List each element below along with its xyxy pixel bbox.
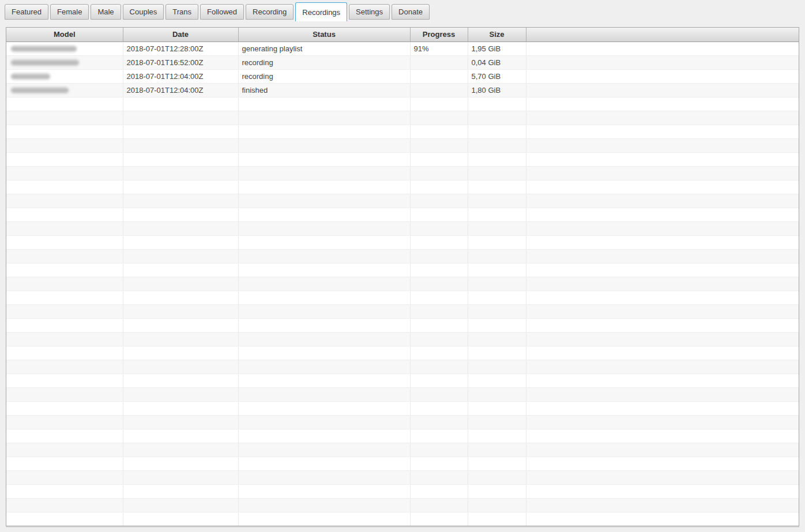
- cell-empty: [238, 277, 410, 290]
- tab-label: Recording: [253, 7, 287, 16]
- cell-empty: [6, 401, 123, 415]
- cell-empty: [526, 373, 799, 387]
- cell-empty: [6, 111, 123, 124]
- table-row-empty: [6, 124, 799, 138]
- tab-recording[interactable]: Recording: [246, 4, 294, 20]
- cell-date: 2018-07-01T16:52:00Z: [123, 55, 238, 69]
- tab-followed[interactable]: Followed: [200, 4, 244, 20]
- table-row-empty: [6, 443, 799, 456]
- cell-empty: [123, 249, 238, 263]
- cell-empty: [123, 138, 238, 152]
- table-row-empty: [6, 429, 799, 443]
- tab-trans[interactable]: Trans: [165, 4, 198, 20]
- column-header-progress[interactable]: Progress: [410, 28, 468, 41]
- cell-empty: [410, 346, 468, 360]
- cell-empty: [468, 415, 526, 429]
- table-row-empty: [6, 207, 799, 221]
- column-header-status[interactable]: Status: [238, 28, 410, 41]
- cell-empty: [238, 373, 410, 387]
- cell-empty: [410, 152, 468, 166]
- table-row[interactable]: 2018-07-01T12:28:00Zgenerating playlist9…: [6, 41, 799, 55]
- cell-empty: [123, 221, 238, 235]
- cell-empty: [468, 124, 526, 138]
- cell-empty: [410, 443, 468, 456]
- tab-label: Male: [97, 7, 114, 16]
- table-row-empty: [6, 249, 799, 263]
- cell-empty: [238, 97, 410, 111]
- cell-size: 5,70 GiB: [468, 69, 526, 83]
- cell-empty: [6, 277, 123, 290]
- cell-empty: [410, 97, 468, 111]
- cell-empty: [526, 443, 799, 456]
- cell-empty: [123, 207, 238, 221]
- cell-empty: [238, 207, 410, 221]
- tab-label: Followed: [207, 7, 237, 16]
- table-row-empty: [6, 498, 799, 512]
- cell-empty: [123, 124, 238, 138]
- redacted-model-name: [11, 59, 79, 66]
- cell-empty: [6, 221, 123, 235]
- cell-empty: [238, 484, 410, 498]
- cell-empty: [123, 152, 238, 166]
- cell-empty: [468, 166, 526, 180]
- cell-empty: [238, 180, 410, 194]
- cell-size: 1,95 GiB: [468, 41, 526, 55]
- cell-empty: [526, 277, 799, 290]
- cell-empty: [526, 263, 799, 277]
- cell-empty: [526, 456, 799, 470]
- table-row-empty: [6, 152, 799, 166]
- cell-progress: [410, 83, 468, 97]
- cell-empty: [526, 249, 799, 263]
- table-row-empty: [6, 290, 799, 304]
- cell-empty: [6, 124, 123, 138]
- table-row-empty: [6, 512, 799, 526]
- cell-empty: [410, 373, 468, 387]
- tab-settings[interactable]: Settings: [349, 4, 390, 20]
- cell-empty: [6, 332, 123, 346]
- tab-male[interactable]: Male: [91, 4, 121, 20]
- column-header-spacer: [526, 28, 799, 41]
- cell-model: [6, 41, 123, 55]
- tab-female[interactable]: Female: [50, 4, 89, 20]
- tab-featured[interactable]: Featured: [5, 4, 48, 20]
- cell-empty: [526, 318, 799, 332]
- cell-empty: [468, 373, 526, 387]
- table-row[interactable]: 2018-07-01T12:04:00Zrecording5,70 GiB: [6, 69, 799, 83]
- redacted-model-name: [11, 46, 77, 52]
- column-header-date[interactable]: Date: [123, 28, 238, 41]
- column-header-size[interactable]: Size: [468, 28, 526, 41]
- cell-model: [6, 83, 123, 97]
- cell-empty: [123, 401, 238, 415]
- column-header-model[interactable]: Model: [6, 28, 123, 41]
- cell-empty: [468, 387, 526, 401]
- tab-label: Recordings: [302, 8, 340, 17]
- tab-recordings[interactable]: Recordings: [295, 2, 347, 21]
- cell-empty: [6, 138, 123, 152]
- table-row[interactable]: 2018-07-01T12:04:00Zfinished1,80 GiB: [6, 83, 799, 97]
- cell-empty: [123, 290, 238, 304]
- table-row[interactable]: 2018-07-01T16:52:00Zrecording0,04 GiB: [6, 55, 799, 69]
- cell-empty: [468, 443, 526, 456]
- cell-empty: [468, 263, 526, 277]
- cell-empty: [526, 401, 799, 415]
- cell-empty: [468, 401, 526, 415]
- cell-empty: [468, 221, 526, 235]
- cell-empty: [526, 512, 799, 526]
- cell-status: generating playlist: [238, 41, 410, 55]
- tab-bar: Featured Female Male Couples Trans Follo…: [0, 0, 805, 21]
- table-row-empty: [6, 97, 799, 111]
- cell-empty: [410, 263, 468, 277]
- tab-donate[interactable]: Donate: [392, 4, 430, 20]
- cell-empty: [6, 166, 123, 180]
- cell-empty: [526, 221, 799, 235]
- cell-empty: [468, 332, 526, 346]
- tab-couples[interactable]: Couples: [123, 4, 164, 20]
- cell-empty: [6, 456, 123, 470]
- recordings-table: Model Date Status Progress Size 2018-07-…: [6, 27, 799, 526]
- cell-empty: [6, 207, 123, 221]
- table-row-empty: [6, 484, 799, 498]
- cell-empty: [6, 429, 123, 443]
- table-row-empty: [6, 263, 799, 277]
- cell-spacer: [526, 83, 799, 97]
- cell-empty: [526, 304, 799, 318]
